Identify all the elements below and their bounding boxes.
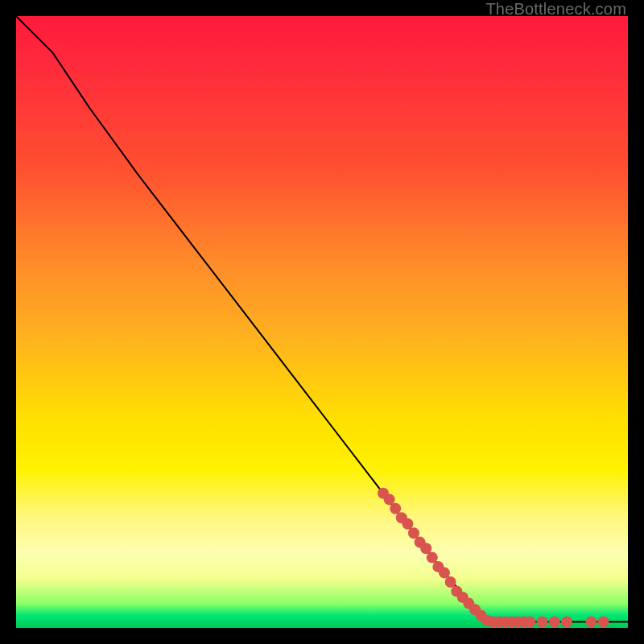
highlight-dot bbox=[415, 537, 426, 548]
highlight-dot bbox=[524, 616, 535, 627]
highlight-dots-group bbox=[378, 488, 609, 628]
highlight-dot bbox=[481, 615, 493, 626]
highlight-dot bbox=[457, 592, 469, 603]
highlight-dot bbox=[384, 493, 395, 505]
chart-frame: TheBottleneck.com bbox=[0, 0, 644, 644]
highlight-dot bbox=[561, 616, 572, 627]
highlight-dot bbox=[390, 503, 401, 514]
highlight-dot bbox=[408, 527, 419, 539]
highlight-dot bbox=[506, 616, 518, 627]
highlight-dot bbox=[427, 552, 438, 564]
highlight-dot bbox=[469, 604, 481, 615]
highlight-dot bbox=[537, 616, 548, 627]
highlight-dot bbox=[476, 610, 487, 621]
highlight-dot bbox=[598, 616, 609, 627]
plot-area bbox=[16, 16, 628, 628]
highlight-dot bbox=[500, 616, 511, 627]
highlight-dot bbox=[445, 576, 456, 588]
highlight-dot bbox=[512, 616, 523, 627]
chart-svg bbox=[16, 16, 628, 628]
highlight-dot bbox=[488, 616, 499, 627]
highlight-dot bbox=[396, 512, 407, 523]
highlight-dot bbox=[420, 543, 431, 554]
highlight-dot bbox=[463, 598, 474, 609]
highlight-dot bbox=[493, 616, 505, 627]
highlight-dot bbox=[439, 568, 450, 579]
highlight-dot bbox=[402, 518, 413, 530]
bottleneck-curve-line bbox=[16, 16, 628, 621]
highlight-dot bbox=[549, 616, 560, 627]
highlight-dot bbox=[451, 585, 462, 597]
highlight-dot bbox=[518, 616, 530, 627]
highlight-dot bbox=[378, 488, 389, 499]
highlight-dot bbox=[432, 561, 444, 572]
highlight-dot bbox=[585, 616, 597, 627]
